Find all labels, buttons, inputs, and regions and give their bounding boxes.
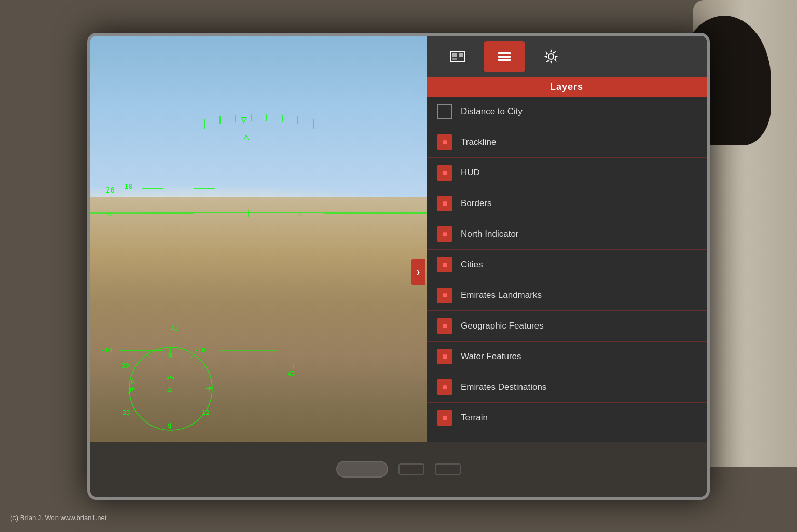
svg-text:30: 30 [121,362,129,370]
control-button-2[interactable] [435,463,461,475]
layer-item-hud[interactable]: HUD [427,158,707,188]
svg-text:△: △ [243,131,249,142]
svg-text:-10: -10 [101,347,112,354]
svg-rect-50 [452,53,457,57]
screen-bottom-bezel [90,442,707,497]
svg-point-46 [170,376,172,378]
layer-checkbox-distance-to-city[interactable] [437,104,452,119]
tab-settings[interactable] [530,41,572,72]
svg-text:▷: ▷ [298,210,303,218]
layer-checkbox-cities[interactable] [437,257,452,272]
layer-checkbox-borders[interactable] [437,196,452,211]
layers-panel: Layers Distance to City Trackline HUD Bo [427,36,707,461]
svg-line-32 [148,356,150,359]
layer-name-water-features: Water Features [461,351,521,362]
svg-point-56 [548,54,554,59]
svg-text:20: 20 [106,186,115,194]
layer-name-hud: HUD [461,168,480,178]
svg-text:3: 3 [128,388,131,394]
layer-checkbox-trackline[interactable] [437,134,452,150]
layer-name-geographic-features: Geographic Features [461,321,544,331]
layer-checkbox-hud[interactable] [437,165,452,181]
svg-line-31 [201,366,204,369]
layer-item-emirates-landmarks[interactable]: Emirates Landmarks [427,280,707,311]
tab-layers[interactable] [484,41,525,72]
layers-list: Distance to City Trackline HUD Borders N… [427,97,707,461]
layer-name-distance-to-city: Distance to City [461,106,523,117]
layer-item-geographic-features[interactable]: Geographic Features [427,311,707,342]
screen-container: 10 20 ▽ △ ◁ ▷ [87,33,710,500]
layers-header: Layers [427,77,707,97]
copyright-text: (c) Brian J. Won www.brian1.net [10,514,106,522]
layer-checkbox-terrain[interactable] [437,410,452,426]
layer-name-cities: Cities [461,260,483,270]
svg-text:43: 43 [171,325,178,332]
layer-item-north-indicator[interactable]: North Indicator [427,219,707,250]
control-button-1[interactable] [398,463,424,475]
svg-rect-53 [498,59,511,61]
tab-map[interactable] [437,41,478,72]
layer-item-emirates-destinations[interactable]: Emirates Destinations [427,372,707,403]
svg-text:E: E [209,386,212,393]
layer-name-terrain: Terrain [461,413,488,423]
layer-name-borders: Borders [461,198,492,209]
layer-name-emirates-landmarks: Emirates Landmarks [461,290,542,301]
layer-item-cities[interactable]: Cities [427,250,707,280]
svg-text:-10: -10 [194,347,205,354]
home-button[interactable] [336,461,388,478]
hud-overlay: 10 20 ▽ △ ◁ ▷ [90,36,433,461]
svg-text:▽: ▽ [241,113,247,126]
layer-checkbox-emirates-destinations[interactable] [437,379,452,395]
svg-rect-54 [498,56,511,58]
toolbar [427,36,707,77]
svg-point-47 [172,377,174,379]
layer-item-terrain[interactable]: Terrain [427,403,707,433]
svg-text:↑: ↑ [292,363,295,370]
layer-item-distance-to-city[interactable]: Distance to City [427,97,707,127]
layer-checkbox-water-features[interactable] [437,349,452,364]
layer-item-borders[interactable]: Borders [427,188,707,219]
layer-name-trackline: Trackline [461,137,496,147]
map-area: 10 20 ▽ △ ◁ ▷ [90,36,433,461]
svg-rect-51 [459,53,463,57]
svg-rect-55 [498,52,511,54]
svg-text:N: N [168,351,172,359]
layer-name-emirates-destinations: Emirates Destinations [461,382,546,392]
layer-checkbox-geographic-features[interactable] [437,318,452,334]
svg-point-48 [167,377,169,379]
layer-item-trackline[interactable]: Trackline [427,127,707,158]
svg-rect-52 [452,58,457,60]
svg-text:△: △ [167,384,172,393]
svg-text:6: 6 [131,378,134,385]
layer-checkbox-north-indicator[interactable] [437,226,452,242]
svg-text:43: 43 [287,370,295,377]
layer-item-water-features[interactable]: Water Features [427,342,707,372]
svg-text:10: 10 [124,182,133,190]
svg-text:33: 33 [122,409,130,416]
svg-text:12: 12 [202,409,209,416]
layer-checkbox-emirates-landmarks[interactable] [437,288,452,303]
svg-line-30 [191,356,193,359]
panel-toggle-button[interactable] [411,259,425,285]
layer-name-north-indicator: North Indicator [461,229,519,239]
